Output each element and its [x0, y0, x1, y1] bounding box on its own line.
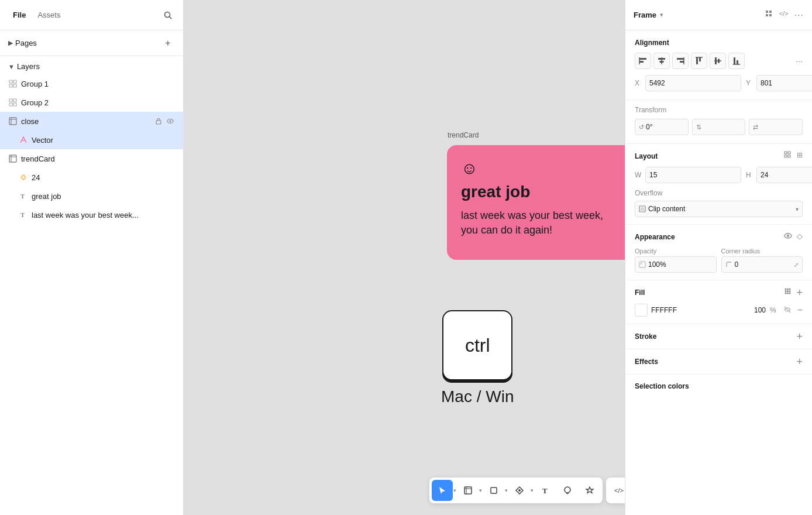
opacity-input[interactable]: 100% [635, 256, 717, 273]
fill-eye-icon[interactable] [783, 305, 792, 315]
position-y-input[interactable] [756, 75, 812, 91]
visibility-toggle-icon[interactable] [784, 232, 792, 242]
lock-icon[interactable] [154, 116, 163, 126]
svg-rect-43 [766, 14, 768, 16]
text-icon: T [541, 486, 549, 495]
overflow-select[interactable]: Clip content ▾ [635, 201, 803, 217]
svg-rect-17 [9, 155, 16, 162]
position-x-label: X [635, 79, 643, 87]
layers-chevron-icon[interactable]: ▼ [8, 63, 15, 70]
fill-opacity-value[interactable]: 100 [754, 306, 766, 314]
align-center-v-button[interactable] [710, 53, 726, 69]
toolbar-group-code: </> [606, 478, 625, 503]
align-left-button[interactable] [635, 53, 651, 69]
layer-item-group1[interactable]: Group 1 [0, 74, 183, 93]
height-input[interactable] [756, 167, 812, 183]
svg-rect-6 [9, 99, 12, 102]
stroke-header: Stroke + [635, 331, 803, 342]
shape-tool-group[interactable]: ▾ [483, 480, 508, 501]
frame-tool-button[interactable] [457, 480, 479, 501]
layer-item-greatjob[interactable]: T great job [0, 187, 183, 205]
svg-rect-64 [788, 152, 790, 154]
code-tool-button[interactable]: </> [608, 480, 625, 501]
stroke-section: Stroke + [625, 324, 812, 349]
bubble-tool-button[interactable] [557, 480, 578, 501]
overflow-value: Clip content [648, 205, 793, 213]
layer-item-lastweek[interactable]: T last week was your best week... [0, 205, 183, 224]
frame-drop-arrow[interactable]: ▾ [479, 487, 482, 493]
align-more-button[interactable]: ··· [796, 56, 803, 66]
vector-icon [19, 135, 28, 145]
transform-rotate-field[interactable]: ↺ 0° [635, 119, 689, 135]
select-tool-group[interactable]: ▾ [432, 480, 456, 501]
shape-icon [489, 486, 498, 495]
align-bottom-button[interactable] [728, 53, 745, 69]
frame-tool-group[interactable]: ▾ [457, 480, 482, 501]
align-top-button[interactable] [691, 53, 707, 69]
text-tool-button[interactable]: T [535, 480, 556, 501]
transform-flip-v-field[interactable]: ⇄ [749, 119, 803, 135]
grid-icon[interactable] [765, 10, 773, 20]
shape-tool-button[interactable] [483, 480, 504, 501]
frame-icon [8, 154, 18, 163]
tab-assets[interactable]: Assets [32, 7, 66, 23]
canvas[interactable]: trendCard ☺ great job last week was your… [184, 0, 625, 515]
fill-hex-value[interactable]: FFFFFF [651, 306, 751, 314]
svg-rect-3 [13, 80, 16, 83]
search-button[interactable] [160, 7, 176, 23]
corner-radius-input[interactable]: 0 ⤢ [721, 256, 803, 273]
corner-expand-icon[interactable]: ⤢ [794, 262, 799, 268]
shape-drop-arrow[interactable]: ▾ [505, 487, 508, 493]
select-drop-arrow[interactable]: ▾ [453, 487, 456, 493]
transform-flip-h-field[interactable]: ⇅ [692, 119, 746, 135]
fill-grid-icon[interactable] [784, 287, 792, 298]
trend-card-emoji: ☺ [461, 159, 625, 178]
width-input[interactable] [645, 167, 741, 183]
pen-tool-group[interactable]: ▾ [509, 480, 534, 501]
select-tool-button[interactable] [432, 480, 453, 501]
code-icon[interactable]: </> [779, 10, 789, 20]
svg-rect-51 [677, 58, 684, 60]
stroke-add-button[interactable]: + [796, 331, 803, 342]
svg-text:T: T [542, 486, 548, 495]
panel-title-chevron[interactable]: ▾ [660, 11, 663, 19]
pages-chevron-icon[interactable]: ▶ [8, 39, 13, 47]
layer-name-vector: Vector [32, 136, 175, 145]
svg-rect-63 [785, 152, 787, 154]
tab-file[interactable]: File [7, 7, 32, 23]
align-center-h-button[interactable] [653, 53, 670, 69]
fill-add-button[interactable]: + [796, 287, 803, 298]
layer-item-trendcard[interactable]: trendCard [0, 149, 183, 168]
appearance-more-icon[interactable]: ◇ [797, 232, 803, 242]
svg-rect-60 [734, 57, 735, 64]
layer-item-24[interactable]: 24 [0, 168, 183, 187]
align-right-button[interactable] [672, 53, 689, 69]
more-options-icon[interactable]: ··· [794, 10, 804, 20]
frame-icon [463, 486, 473, 495]
opacity-icon [639, 261, 646, 268]
layer-item-vector[interactable]: Vector [0, 131, 183, 149]
svg-line-1 [170, 16, 172, 19]
alignment-label: Alignment [635, 39, 803, 47]
visibility-icon[interactable] [166, 116, 175, 126]
pen-drop-arrow[interactable]: ▾ [531, 487, 534, 493]
fill-remove-button[interactable]: − [797, 305, 803, 315]
pen-tool-button[interactable] [509, 480, 530, 501]
key-cap: ctrl [442, 310, 512, 380]
pages-add-button[interactable]: + [161, 36, 175, 50]
svg-rect-68 [641, 207, 644, 211]
layout-auto-icon[interactable]: ⊞ [797, 151, 803, 161]
layout-grid-icon[interactable] [784, 151, 792, 161]
layer-item-group2[interactable]: Group 2 [0, 93, 183, 112]
pages-label: Pages [15, 39, 37, 47]
star-tool-button[interactable] [579, 480, 600, 501]
toolbar: ▾ ▾ ▾ ▾ [429, 478, 625, 503]
fill-section: Fill + FFFFFF 100 % − [625, 280, 812, 324]
fill-color-swatch[interactable] [635, 304, 648, 317]
layer-name-lastweek: last week was your best week... [32, 211, 175, 219]
effects-add-button[interactable]: + [796, 356, 803, 367]
layer-item-close[interactable]: close [0, 112, 183, 131]
trend-card[interactable]: ☺ great job last week was your best week… [447, 145, 625, 260]
position-x-input[interactable] [645, 75, 741, 91]
layer-name-group1: Group 1 [21, 80, 175, 88]
